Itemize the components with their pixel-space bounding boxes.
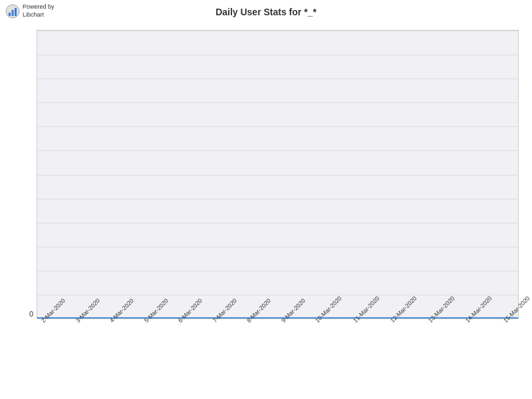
y-axis-label-0: 0 bbox=[29, 310, 33, 319]
page-container: Powered by Libchart Daily User Stats for… bbox=[0, 0, 532, 399]
chart-plot-area bbox=[37, 30, 519, 319]
grid-line bbox=[37, 150, 518, 151]
chart-title: Daily User Stats for *_* bbox=[0, 7, 532, 17]
grid-line bbox=[37, 126, 518, 127]
grid-line bbox=[37, 78, 518, 79]
y-axis: 0 bbox=[0, 30, 37, 319]
grid-line bbox=[37, 199, 518, 200]
grid-line bbox=[37, 247, 518, 247]
grid-line bbox=[37, 295, 518, 295]
grid-line bbox=[37, 271, 518, 271]
grid-line bbox=[37, 31, 518, 31]
grid-line bbox=[37, 55, 518, 55]
grid-line bbox=[37, 102, 518, 103]
grid-line bbox=[37, 175, 518, 176]
grid-line bbox=[37, 223, 518, 223]
x-axis: 2-Mar-20203-Mar-20204-Mar-20205-Mar-2020… bbox=[37, 319, 519, 392]
